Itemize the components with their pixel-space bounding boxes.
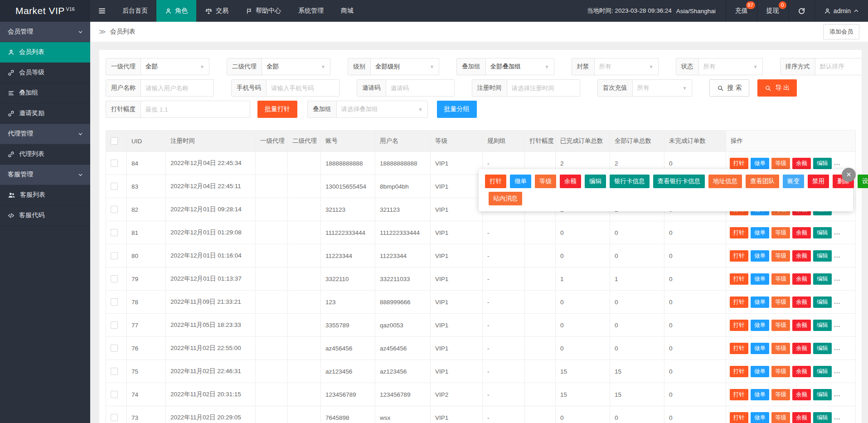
等级-button[interactable]: 等级 bbox=[771, 227, 790, 238]
more-actions-button[interactable]: ... bbox=[834, 298, 840, 305]
打针-button[interactable]: 打针 bbox=[730, 250, 748, 262]
sidebar-item-member-level[interactable]: 会员等级 bbox=[0, 63, 90, 83]
row-checkbox[interactable] bbox=[111, 298, 118, 306]
打针-button[interactable]: 打针 bbox=[730, 227, 748, 238]
余额-button[interactable]: 余额 bbox=[792, 297, 811, 308]
等级-button[interactable]: 等级 bbox=[771, 343, 790, 354]
等级-button[interactable]: 等级 bbox=[771, 366, 790, 377]
打针-button[interactable]: 打针 bbox=[730, 343, 748, 354]
余额-button[interactable]: 余额 bbox=[792, 320, 811, 331]
more-actions-button[interactable]: ... bbox=[834, 229, 840, 236]
地址信息-button[interactable]: 地址信息 bbox=[708, 175, 742, 188]
username-input[interactable] bbox=[141, 80, 213, 96]
batch-group-select[interactable]: 请选择叠加组 ▼ bbox=[337, 101, 427, 117]
设为假人-button[interactable]: 设为假人 bbox=[858, 175, 868, 188]
做单-button[interactable]: 做单 bbox=[751, 366, 769, 377]
余额-button[interactable]: 余额 bbox=[792, 158, 811, 169]
站内消息-button[interactable]: 站内消息 bbox=[489, 192, 522, 205]
more-actions-button[interactable]: ... bbox=[834, 368, 840, 374]
等级-button[interactable]: 等级 bbox=[535, 175, 556, 188]
余额-button[interactable]: 余额 bbox=[792, 273, 811, 285]
menu-toggle-icon[interactable] bbox=[90, 0, 114, 22]
做单-button[interactable]: 做单 bbox=[751, 273, 769, 285]
编辑-button[interactable]: 编辑 bbox=[813, 227, 832, 238]
余额-button[interactable]: 余额 bbox=[792, 227, 811, 238]
status-select[interactable]: 所有▼ bbox=[699, 58, 762, 75]
more-actions-button[interactable]: ... bbox=[834, 345, 840, 351]
编辑-button[interactable]: 编辑 bbox=[813, 158, 832, 169]
row-checkbox[interactable] bbox=[111, 321, 118, 329]
做单-button[interactable]: 做单 bbox=[751, 227, 769, 238]
nav-item-mall[interactable]: 商城 bbox=[332, 0, 362, 22]
余额-button[interactable]: 余额 bbox=[792, 389, 811, 400]
nav-item-trade[interactable]: 交易 bbox=[196, 0, 237, 22]
row-checkbox[interactable] bbox=[111, 275, 118, 282]
sidebar-item-service-list[interactable]: 客服列表 bbox=[0, 185, 90, 205]
打针-button[interactable]: 打针 bbox=[730, 320, 748, 331]
等级-button[interactable]: 等级 bbox=[771, 320, 790, 331]
sidebar-group-member-management[interactable]: 会员管理 bbox=[0, 22, 90, 42]
nav-item-help-center[interactable]: 帮助中心 bbox=[237, 0, 290, 22]
recharge-link[interactable]: 充值 87 bbox=[726, 0, 757, 22]
余额-button[interactable]: 余额 bbox=[792, 343, 811, 354]
more-actions-button[interactable]: ... bbox=[834, 321, 840, 328]
编辑-button[interactable]: 编辑 bbox=[813, 320, 832, 331]
select-all-checkbox[interactable] bbox=[111, 137, 118, 145]
编辑-button[interactable]: 编辑 bbox=[585, 175, 606, 188]
more-actions-button[interactable]: ... bbox=[834, 160, 840, 166]
等级-button[interactable]: 等级 bbox=[771, 297, 790, 308]
close-icon[interactable]: × bbox=[842, 168, 856, 182]
invite-code-input[interactable] bbox=[386, 80, 454, 96]
sort-select[interactable]: 默认排序▼ bbox=[815, 58, 862, 75]
银行卡信息-button[interactable]: 银行卡信息 bbox=[610, 175, 650, 188]
做单-button[interactable]: 做单 bbox=[751, 412, 769, 423]
row-checkbox[interactable] bbox=[111, 368, 118, 375]
编辑-button[interactable]: 编辑 bbox=[813, 297, 832, 308]
等级-button[interactable]: 等级 bbox=[771, 158, 790, 169]
row-checkbox[interactable] bbox=[111, 183, 118, 190]
禁用-button[interactable]: 禁用 bbox=[808, 175, 829, 188]
打针-button[interactable]: 打针 bbox=[730, 366, 748, 377]
打针-button[interactable]: 打针 bbox=[485, 175, 506, 188]
inject-range-input[interactable] bbox=[141, 101, 250, 117]
refresh-button[interactable] bbox=[788, 0, 815, 22]
sidebar-item-service-code[interactable]: 客服代码 bbox=[0, 205, 90, 226]
withdraw-link[interactable]: 提现 0 bbox=[757, 0, 788, 22]
ban-select[interactable]: 所有▼ bbox=[595, 58, 658, 75]
nav-item-home[interactable]: 后台首页 bbox=[114, 0, 156, 22]
账变-button[interactable]: 账变 bbox=[783, 175, 804, 188]
level-select[interactable]: 全部级别▼ bbox=[371, 58, 439, 75]
row-checkbox[interactable] bbox=[111, 206, 118, 213]
做单-button[interactable]: 做单 bbox=[751, 250, 769, 262]
等级-button[interactable]: 等级 bbox=[771, 273, 790, 285]
more-actions-button[interactable]: ... bbox=[834, 414, 840, 421]
打针-button[interactable]: 打针 bbox=[730, 273, 748, 285]
编辑-button[interactable]: 编辑 bbox=[813, 343, 832, 354]
add-member-button[interactable]: 添加会员 bbox=[823, 24, 859, 39]
nav-item-role[interactable]: 角色 bbox=[156, 0, 196, 22]
余额-button[interactable]: 余额 bbox=[560, 175, 581, 188]
sidebar-group-service-management[interactable]: 客服管理 bbox=[0, 165, 90, 185]
more-actions-button[interactable]: ... bbox=[834, 391, 840, 398]
row-checkbox[interactable] bbox=[111, 345, 118, 352]
row-checkbox[interactable] bbox=[111, 252, 118, 259]
register-time-input[interactable] bbox=[507, 80, 580, 96]
export-button[interactable]: 导 出 bbox=[757, 79, 797, 97]
编辑-button[interactable]: 编辑 bbox=[813, 250, 832, 262]
打针-button[interactable]: 打针 bbox=[730, 297, 748, 308]
编辑-button[interactable]: 编辑 bbox=[813, 389, 832, 400]
余额-button[interactable]: 余额 bbox=[792, 412, 811, 423]
nav-item-system[interactable]: 系统管理 bbox=[290, 0, 332, 22]
row-checkbox[interactable] bbox=[111, 414, 118, 421]
做单-button[interactable]: 做单 bbox=[751, 297, 769, 308]
打针-button[interactable]: 打针 bbox=[730, 412, 748, 423]
等级-button[interactable]: 等级 bbox=[771, 250, 790, 262]
等级-button[interactable]: 等级 bbox=[771, 412, 790, 423]
level1-agent-select[interactable]: 全部▼ bbox=[141, 58, 209, 75]
做单-button[interactable]: 做单 bbox=[751, 389, 769, 400]
row-checkbox[interactable] bbox=[111, 391, 118, 398]
编辑-button[interactable]: 编辑 bbox=[813, 366, 832, 377]
余额-button[interactable]: 余额 bbox=[792, 366, 811, 377]
sidebar-group-agent-management[interactable]: 代理管理 bbox=[0, 124, 90, 144]
查看团队-button[interactable]: 查看团队 bbox=[746, 175, 779, 188]
